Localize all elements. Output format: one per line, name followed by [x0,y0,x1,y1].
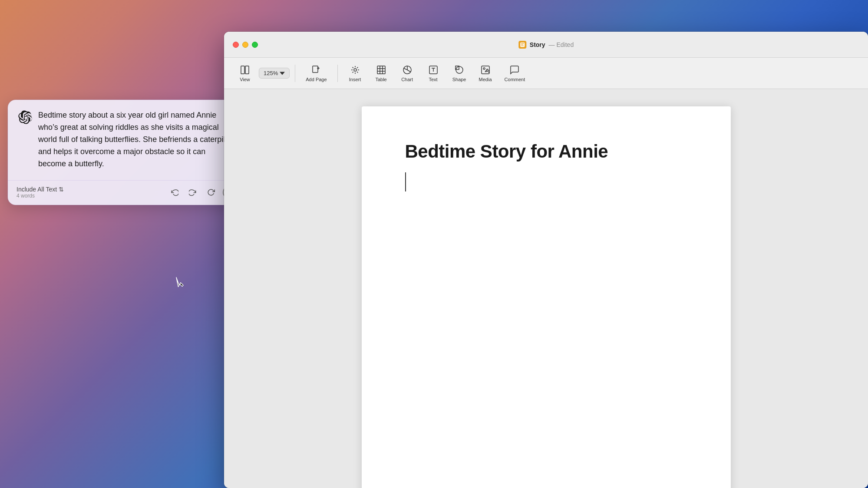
traffic-lights [233,42,258,48]
shape-label: Shape [452,77,466,82]
document-page[interactable]: Bedtime Story for Annie [362,106,731,488]
add-page-label: Add Page [306,77,327,82]
svg-point-11 [354,69,356,71]
titlebar: Story — Edited [224,32,868,58]
zoom-value: 125% [264,70,278,76]
view-label: View [240,77,250,82]
chatgpt-message-text: Bedtime story about a six year old girl … [38,109,234,170]
document-title: Bedtime Story for Annie [405,141,687,162]
window-title: Story — Edited [518,41,574,49]
close-button[interactable] [233,42,239,48]
svg-rect-3 [521,43,524,43]
zoom-control[interactable]: 125% [259,68,290,79]
media-button[interactable]: Media [473,62,498,85]
chatgpt-content: Bedtime story about a six year old girl … [8,100,244,177]
minimize-button[interactable] [242,42,248,48]
chatgpt-popup: Bedtime story about a six year old girl … [8,100,244,205]
chatgpt-footer-left: Include All Text ⇅ 4 words [17,186,64,199]
svg-rect-5 [521,45,523,46]
text-button[interactable]: Text [421,62,446,85]
toolbar-separator-2 [337,65,338,82]
text-icon [428,65,439,75]
comment-label: Comment [505,77,525,82]
toolbar: View 125% Add Page [224,58,868,89]
zoom-chevron-icon [280,71,285,76]
svg-rect-4 [521,44,523,45]
insert-button[interactable]: Insert [343,62,367,85]
insert-label: Insert [349,77,361,82]
table-icon [376,65,386,75]
add-page-button[interactable]: Add Page [300,62,332,85]
svg-rect-8 [313,66,318,73]
table-label: Table [375,77,386,82]
chatgpt-icon [18,110,32,124]
svg-point-22 [483,68,485,69]
chart-label: Chart [401,77,413,82]
chatgpt-footer: Include All Text ⇅ 4 words [8,180,244,205]
chart-button[interactable]: Chart [395,62,419,85]
include-all-text-label[interactable]: Include All Text ⇅ [17,186,64,193]
insert-icon [350,65,360,75]
window-edited-label: — Edited [549,41,574,48]
pages-icon [518,41,526,49]
media-icon [480,65,491,75]
add-page-icon [311,65,321,75]
comment-button[interactable]: Comment [499,62,531,85]
shape-icon [454,65,465,75]
undo-button[interactable] [168,186,181,199]
svg-rect-7 [245,66,249,74]
chatgpt-message: Bedtime story about a six year old girl … [18,109,234,170]
toolbar-separator-1 [295,65,295,82]
word-count: 4 words [17,193,64,199]
document-area[interactable]: Bedtime Story for Annie [224,89,868,488]
refresh-button[interactable] [205,186,218,199]
table-button[interactable]: Table [369,62,393,85]
svg-point-19 [456,66,463,73]
text-label: Text [429,77,437,82]
maximize-button[interactable] [252,42,258,48]
comment-icon [509,65,520,75]
view-button[interactable]: View [233,62,257,85]
view-icon [240,65,250,75]
svg-rect-12 [377,66,385,74]
text-cursor [405,172,406,191]
svg-rect-6 [241,66,244,74]
redo-button[interactable] [186,186,199,199]
shape-button[interactable]: Shape [447,62,472,85]
media-label: Media [479,77,492,82]
pages-window: Story — Edited View 125% [224,32,868,488]
window-title-text: Story [530,41,545,48]
chart-icon [402,65,413,75]
